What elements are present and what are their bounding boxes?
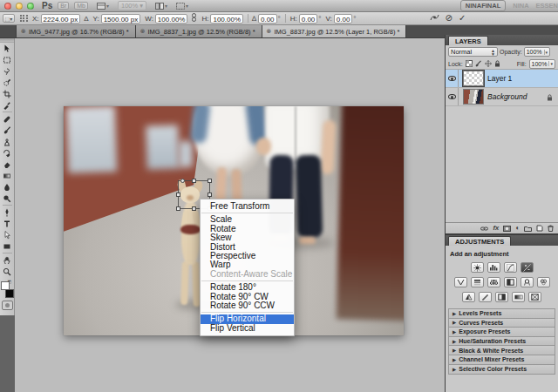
transform-handle[interactable] <box>192 179 196 183</box>
preset-group-hue-saturation[interactable]: ▶Hue/Saturation Presets <box>449 337 555 347</box>
quick-mask-mode-button[interactable] <box>2 301 13 310</box>
dodge-tool-icon[interactable] <box>1 193 14 204</box>
arrange-documents-menu[interactable]: ▾ <box>155 3 167 10</box>
zoom-level-dropdown[interactable]: 100% ▾ <box>118 1 146 10</box>
zoom-window-button[interactable] <box>27 3 34 10</box>
preset-group-levels[interactable]: ▶Levels Presets <box>449 309 555 319</box>
background-color-swatch[interactable] <box>5 289 14 298</box>
path-selection-tool-icon[interactable] <box>1 229 14 240</box>
new-adjustment-layer-icon[interactable]: ◐ <box>515 225 520 232</box>
eraser-tool-icon[interactable] <box>1 159 14 170</box>
transform-handle[interactable] <box>208 193 212 197</box>
pen-tool-icon[interactable] <box>1 206 14 218</box>
relative-positioning-toggle[interactable]: Δ <box>84 15 88 23</box>
height-scale-field[interactable]: 100.00% <box>210 14 243 24</box>
lock-all-icon[interactable] <box>494 60 500 67</box>
menu-item-flip-vertical[interactable]: Flip Vertical <box>201 324 294 333</box>
eyedropper-tool-icon[interactable] <box>1 99 14 111</box>
mini-bridge-button[interactable]: Mb <box>74 2 88 10</box>
menu-item-free-transform[interactable]: Free Transform <box>201 202 294 211</box>
disclosure-triangle-icon[interactable]: ▶ <box>453 348 456 353</box>
posterize-icon[interactable] <box>479 292 492 302</box>
hue-saturation-icon[interactable] <box>471 277 484 287</box>
h-skew-field[interactable]: 0.00 <box>299 14 318 24</box>
link-dimensions-icon[interactable] <box>191 13 197 24</box>
layers-list-empty-area[interactable] <box>446 106 558 222</box>
lasso-tool-icon[interactable] <box>1 65 14 77</box>
workspace-button[interactable]: NINA <box>513 2 528 10</box>
gradient-map-icon[interactable] <box>512 292 525 302</box>
layer-row-layer1[interactable]: Layer 1 <box>446 70 558 88</box>
brush-tool-icon[interactable] <box>1 125 14 136</box>
tool-preset-picker[interactable]: ⬚▾ <box>3 14 15 23</box>
reference-point-locator[interactable] <box>20 15 28 23</box>
add-layer-mask-icon[interactable] <box>503 226 511 232</box>
photo-filter-icon[interactable] <box>521 277 534 287</box>
preset-group-selective-color[interactable]: ▶Selective Color Presets <box>449 365 555 375</box>
lock-transparency-icon[interactable] <box>466 60 473 67</box>
y-position-field[interactable]: 1500.00 px <box>101 14 141 24</box>
vibrance-icon[interactable] <box>454 277 467 287</box>
transform-handle[interactable] <box>208 179 212 183</box>
close-tab-icon[interactable]: ⊗ <box>267 28 272 35</box>
disclosure-triangle-icon[interactable]: ▶ <box>453 329 456 335</box>
layer-thumbnail[interactable] <box>463 71 484 86</box>
zoom-tool-icon[interactable] <box>1 266 14 277</box>
curves-icon[interactable] <box>504 262 517 273</box>
lock-position-icon[interactable] <box>485 60 492 67</box>
brightness-contrast-icon[interactable] <box>471 262 484 273</box>
width-scale-field[interactable]: 100.00% <box>155 14 188 24</box>
workspace-button[interactable]: ESSEN <box>536 2 558 10</box>
transform-handle[interactable] <box>176 206 180 211</box>
rectangle-shape-tool-icon[interactable] <box>1 240 14 252</box>
foreground-color-swatch[interactable] <box>1 281 10 290</box>
spot-healing-brush-tool-icon[interactable] <box>1 113 14 125</box>
clone-stamp-tool-icon[interactable] <box>1 136 14 147</box>
fill-field[interactable]: 100%▾ <box>529 59 555 69</box>
x-position-field[interactable]: 2224.00 px <box>41 14 81 24</box>
warp-mode-toggle[interactable] <box>430 13 439 24</box>
invert-icon[interactable] <box>462 292 475 302</box>
blend-mode-dropdown[interactable]: Normal ▲▼ <box>448 47 498 57</box>
layer-visibility-toggle[interactable] <box>446 88 459 105</box>
lock-pixels-icon[interactable] <box>475 60 482 67</box>
preset-group-curves[interactable]: ▶Curves Presets <box>449 319 555 328</box>
view-extras-menu[interactable]: ▾ <box>97 3 109 10</box>
quick-selection-tool-icon[interactable] <box>1 77 14 88</box>
new-layer-icon[interactable] <box>536 225 543 232</box>
disclosure-triangle-icon[interactable]: ▶ <box>453 367 456 372</box>
workspace-button-active[interactable]: NINAFINAL <box>460 0 506 11</box>
gradient-tool-icon[interactable] <box>1 170 14 181</box>
new-group-icon[interactable] <box>524 226 532 232</box>
hand-tool-icon[interactable] <box>1 254 14 266</box>
tab-adjustments[interactable]: ADJUSTMENTS <box>448 236 511 246</box>
threshold-icon[interactable] <box>495 292 508 302</box>
screen-mode-menu[interactable]: ▾ <box>176 3 188 10</box>
history-brush-tool-icon[interactable] <box>1 147 14 159</box>
layer-visibility-toggle[interactable] <box>446 70 459 87</box>
blur-tool-icon[interactable] <box>1 181 14 193</box>
preset-group-exposure[interactable]: ▶Exposure Presets <box>449 328 555 337</box>
bridge-button[interactable]: Br <box>58 2 69 10</box>
canvas-area[interactable]: Free Transform Scale Rotate Skew Distort… <box>15 38 445 392</box>
preset-group-channel-mixer[interactable]: ▶Channel Mixer Presets <box>449 355 555 365</box>
close-tab-icon[interactable]: ⊗ <box>140 28 146 35</box>
v-skew-field[interactable]: 0.00 <box>334 14 353 24</box>
delete-layer-icon[interactable] <box>548 225 554 232</box>
color-balance-icon[interactable] <box>487 277 500 287</box>
disclosure-triangle-icon[interactable]: ▶ <box>453 339 456 344</box>
exposure-icon[interactable] <box>521 262 534 273</box>
minimize-window-button[interactable] <box>16 3 23 10</box>
disclosure-triangle-icon[interactable]: ▶ <box>453 311 456 316</box>
layer-name[interactable]: Layer 1 <box>487 74 512 83</box>
menu-item-rotate-90-ccw[interactable]: Rotate 90° CCW <box>201 301 294 310</box>
preset-group-black-white[interactable]: ▶Black & White Presets <box>449 346 555 355</box>
document-tab[interactable]: ⊗ IMG_9477.jpg @ 16.7% (RGB/8) * <box>16 25 136 37</box>
transform-handle[interactable] <box>180 179 185 183</box>
layer-thumbnail[interactable] <box>463 89 484 105</box>
link-layers-icon[interactable] <box>480 226 488 232</box>
type-tool-icon[interactable] <box>1 218 14 229</box>
tab-layers[interactable]: LAYERS <box>448 36 488 45</box>
cancel-transform-button[interactable]: ⊘ <box>446 14 453 23</box>
layer-style-icon[interactable]: fx <box>493 225 499 232</box>
